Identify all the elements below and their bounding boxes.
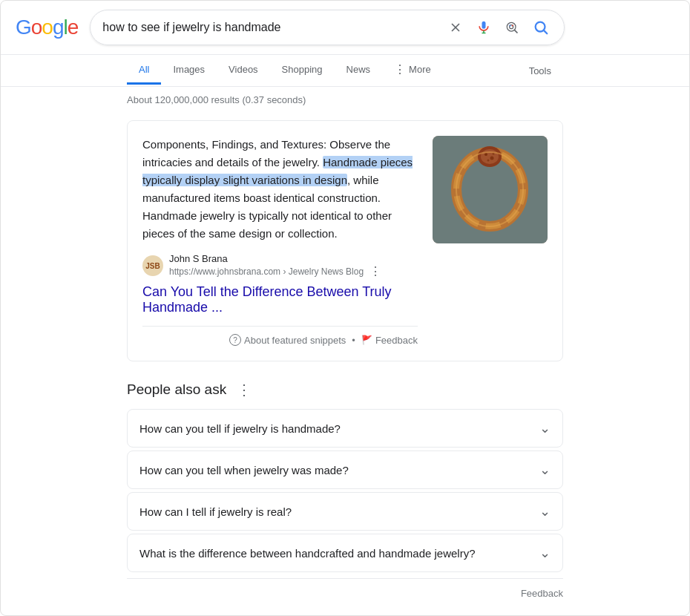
header: Google how to see if jewelry is handmade (1, 1, 689, 55)
tab-more[interactable]: ⋮ More (382, 55, 443, 86)
svg-point-18 (490, 157, 494, 160)
paa-question-3: What is the difference between handcraft… (139, 547, 476, 560)
paa-header: People also ask ⋮ (127, 379, 563, 400)
clear-search-button[interactable] (445, 17, 466, 38)
about-featured-snippets-label: About featured snippets (244, 335, 346, 346)
chevron-down-icon-1: ⌄ (539, 462, 551, 478)
voice-search-button[interactable] (473, 17, 494, 38)
paa-item-2[interactable]: How can I tell if jewelry is real? ⌄ (127, 492, 563, 531)
image-search-button[interactable] (502, 17, 522, 38)
source-favicon: JSB (142, 255, 163, 276)
svg-line-7 (515, 30, 518, 33)
dot-separator: • (352, 335, 355, 346)
snippet-text: Components, Findings, and Textures: Obse… (142, 136, 418, 243)
paa-question-1: How can you tell when jewelry was made? (139, 464, 349, 476)
tab-shopping[interactable]: Shopping (270, 56, 335, 85)
tab-all[interactable]: All (127, 56, 161, 85)
paa-item-0[interactable]: How can you tell if jewelry is handmade?… (127, 409, 563, 448)
search-icon-group (445, 16, 552, 39)
about-featured-snippets-link[interactable]: ? About featured snippets (229, 334, 346, 346)
snippet-feedback-button[interactable]: 🚩 Feedback (361, 335, 418, 346)
snippet-link[interactable]: Can You Tell the Difference Between Trul… (142, 284, 418, 315)
paa-item-1[interactable]: How can you tell when jewelry was made? … (127, 450, 563, 489)
people-also-ask-section: People also ask ⋮ How can you tell if je… (1, 379, 689, 572)
info-icon: ? (229, 334, 241, 346)
divider (127, 578, 563, 579)
nav-tabs: All Images Videos Shopping News ⋮ More T… (1, 55, 689, 87)
svg-line-9 (544, 30, 547, 33)
tab-videos[interactable]: Videos (217, 56, 270, 85)
svg-text:JSB: JSB (145, 262, 160, 270)
source-options-button[interactable]: ⋮ (367, 264, 385, 278)
search-submit-button[interactable] (530, 16, 552, 39)
svg-point-16 (481, 149, 499, 164)
tab-images[interactable]: Images (161, 56, 217, 85)
source-info: John S Brana https://www.johnsbrana.com … (169, 253, 418, 278)
paa-question-2: How can I tell if jewelry is real? (139, 505, 292, 518)
featured-snippet: Components, Findings, and Textures: Obse… (127, 120, 563, 361)
snippet-source: JSB John S Brana https://www.johnsbrana.… (142, 253, 418, 278)
search-bar: how to see if jewelry is handmade (90, 10, 565, 45)
bottom-feedback-button[interactable]: Feedback (1, 582, 689, 605)
flag-icon: 🚩 (361, 335, 372, 345)
paa-question-0: How can you tell if jewelry is handmade? (139, 422, 341, 435)
main-content: Components, Findings, and Textures: Obse… (1, 120, 689, 361)
google-logo: Google (16, 16, 78, 39)
svg-point-5 (507, 22, 516, 31)
snippet-feedback-label: Feedback (375, 335, 418, 346)
svg-rect-2 (482, 22, 486, 29)
results-summary: About 120,000,000 results (0.37 seconds) (1, 87, 689, 113)
snippet-image (433, 136, 548, 243)
search-input[interactable]: how to see if jewelry is handmade (102, 21, 438, 34)
paa-options-button[interactable]: ⋮ (232, 379, 256, 400)
source-name: John S Brana (169, 253, 418, 264)
tab-news[interactable]: News (335, 56, 383, 85)
tools-button[interactable]: Tools (517, 58, 563, 84)
chevron-down-icon-3: ⌄ (539, 545, 551, 561)
chevron-down-icon-0: ⌄ (539, 420, 551, 436)
chevron-down-icon-2: ⌄ (539, 503, 551, 520)
source-url: https://www.johnsbrana.com › Jewelry New… (169, 264, 418, 278)
snippet-footer: ? About featured snippets • 🚩 Feedback (142, 326, 418, 346)
svg-point-17 (484, 153, 487, 156)
paa-title: People also ask (127, 381, 226, 398)
svg-point-19 (487, 160, 490, 162)
paa-item-3[interactable]: What is the difference between handcraft… (127, 534, 563, 572)
